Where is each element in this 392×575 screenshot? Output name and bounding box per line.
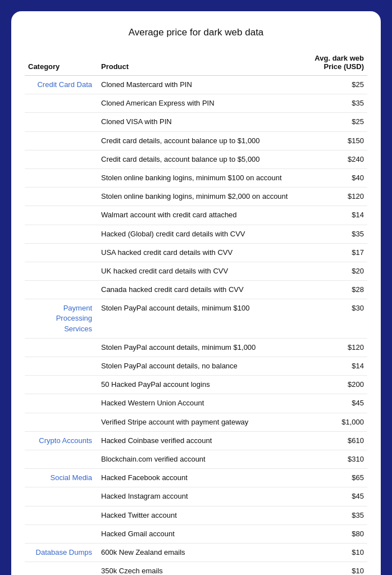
table-row: Stolen PayPal account details, no balanc… xyxy=(25,357,367,376)
cell-price: $10 xyxy=(306,562,367,575)
cell-price: $120 xyxy=(306,338,367,357)
page-title: Average price for dark web data xyxy=(25,27,367,38)
table-row: Cloned VISA with PIN$25 xyxy=(25,113,367,131)
table-row: Stolen PayPal account details, minimum $… xyxy=(25,338,367,357)
cell-price: $20 xyxy=(306,262,367,280)
table-row: Social MediaHacked Facebook account$65 xyxy=(25,469,367,487)
cell-category xyxy=(25,243,98,262)
cell-category xyxy=(25,225,98,243)
data-table: Category Product Avg. dark web Price (US… xyxy=(25,49,367,575)
cell-price: $40 xyxy=(306,168,367,187)
cell-price: $120 xyxy=(306,188,367,206)
cell-product: Hacked (Global) credit card details with… xyxy=(98,225,306,243)
cell-product: Hacked Facebook account xyxy=(98,469,306,487)
main-card: Average price for dark web data Category… xyxy=(11,11,381,575)
table-row: Canada hacked credit card details with C… xyxy=(25,281,367,299)
table-row: Database Dumps600k New Zealand emails$10 xyxy=(25,543,367,562)
table-row: Hacked Twitter account$35 xyxy=(25,506,367,524)
table-row: Credit card details, account balance up … xyxy=(25,131,367,150)
cell-category xyxy=(25,506,98,524)
cell-price: $28 xyxy=(306,281,367,299)
cell-product: USA hacked credit card details with CVV xyxy=(98,243,306,262)
cell-price: $25 xyxy=(306,76,367,94)
cell-price: $45 xyxy=(306,394,367,413)
cell-product: Credit card details, account balance up … xyxy=(98,150,306,168)
cell-product: Hacked Coinbase verified account xyxy=(98,431,306,450)
cell-price: $240 xyxy=(306,150,367,168)
table-row: Hacked Instagram account$45 xyxy=(25,487,367,506)
table-row: 50 Hacked PayPal account logins$200 xyxy=(25,376,367,394)
cell-product: Verified Stripe account with payment gat… xyxy=(98,413,306,431)
cell-product: Cloned Mastercard with PIN xyxy=(98,76,306,94)
cell-category xyxy=(25,262,98,280)
cell-price: $45 xyxy=(306,487,367,506)
table-row: Hacked Gmail account$80 xyxy=(25,524,367,543)
cell-product: Blockchain.com verified account xyxy=(98,450,306,468)
table-row: Walmart account with credit card attache… xyxy=(25,206,367,225)
cell-price: $310 xyxy=(306,450,367,468)
table-row: Crypto AccountsHacked Coinbase verified … xyxy=(25,431,367,450)
cell-category xyxy=(25,188,98,206)
cell-price: $17 xyxy=(306,243,367,262)
cell-category: Credit Card Data xyxy=(25,76,98,94)
col-header-category: Category xyxy=(25,49,98,76)
table-header-row: Category Product Avg. dark web Price (US… xyxy=(25,49,367,76)
cell-category: Crypto Accounts xyxy=(25,431,98,450)
cell-price: $35 xyxy=(306,225,367,243)
cell-category xyxy=(25,131,98,150)
cell-product: UK hacked credit card details with CVV xyxy=(98,262,306,280)
cell-category xyxy=(25,394,98,413)
cell-price: $610 xyxy=(306,431,367,450)
col-header-price: Avg. dark web Price (USD) xyxy=(306,49,367,76)
cell-product: 350k Czech emails xyxy=(98,562,306,575)
cell-category xyxy=(25,168,98,187)
cell-price: $200 xyxy=(306,376,367,394)
cell-category xyxy=(25,524,98,543)
cell-category xyxy=(25,562,98,575)
table-row: Hacked (Global) credit card details with… xyxy=(25,225,367,243)
cell-category: Social Media xyxy=(25,469,98,487)
cell-price: $80 xyxy=(306,524,367,543)
cell-price: $1,000 xyxy=(306,413,367,431)
cell-category xyxy=(25,338,98,357)
table-row: Verified Stripe account with payment gat… xyxy=(25,413,367,431)
cell-price: $35 xyxy=(306,94,367,113)
cell-product: Stolen PayPal account details, no balanc… xyxy=(98,357,306,376)
cell-product: 600k New Zealand emails xyxy=(98,543,306,562)
table-row: USA hacked credit card details with CVV$… xyxy=(25,243,367,262)
cell-category xyxy=(25,150,98,168)
cell-price: $14 xyxy=(306,357,367,376)
cell-price: $35 xyxy=(306,506,367,524)
cell-product: Stolen PayPal account details, minimum $… xyxy=(98,338,306,357)
cell-category xyxy=(25,281,98,299)
cell-category xyxy=(25,487,98,506)
col-header-product: Product xyxy=(98,49,306,76)
table-row: 350k Czech emails$10 xyxy=(25,562,367,575)
table-row: Blockchain.com verified account$310 xyxy=(25,450,367,468)
cell-category xyxy=(25,376,98,394)
table-row: Payment Processing ServicesStolen PayPal… xyxy=(25,299,367,339)
cell-product: Hacked Western Union Account xyxy=(98,394,306,413)
table-row: Stolen online banking logins, minimum $1… xyxy=(25,168,367,187)
cell-product: Hacked Instagram account xyxy=(98,487,306,506)
cell-price: $65 xyxy=(306,469,367,487)
cell-price: $10 xyxy=(306,543,367,562)
cell-category xyxy=(25,357,98,376)
cell-category xyxy=(25,206,98,225)
table-row: Credit Card DataCloned Mastercard with P… xyxy=(25,76,367,94)
cell-category xyxy=(25,94,98,113)
table-row: UK hacked credit card details with CVV$2… xyxy=(25,262,367,280)
cell-category xyxy=(25,413,98,431)
table-row: Credit card details, account balance up … xyxy=(25,150,367,168)
table-row: Stolen online banking logins, minimum $2… xyxy=(25,188,367,206)
table-row: Hacked Western Union Account$45 xyxy=(25,394,367,413)
cell-category: Payment Processing Services xyxy=(25,299,98,339)
table-row: Cloned American Express with PIN$35 xyxy=(25,94,367,113)
cell-price: $30 xyxy=(306,299,367,339)
cell-product: Canada hacked credit card details with C… xyxy=(98,281,306,299)
cell-price: $150 xyxy=(306,131,367,150)
cell-category xyxy=(25,113,98,131)
cell-product: Credit card details, account balance up … xyxy=(98,131,306,150)
cell-category: Database Dumps xyxy=(25,543,98,562)
cell-product: Cloned VISA with PIN xyxy=(98,113,306,131)
